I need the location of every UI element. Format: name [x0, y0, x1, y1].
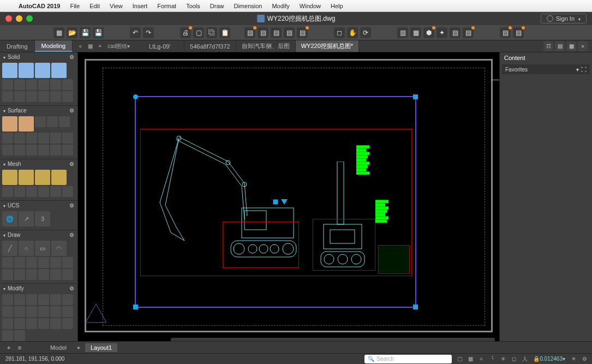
add-layout-icon[interactable]: + [4, 343, 13, 352]
surface-tool[interactable] [59, 116, 70, 127]
draw-tool[interactable] [50, 269, 61, 280]
solid-tool[interactable] [38, 91, 49, 102]
panel-more-icon[interactable]: » [578, 41, 588, 51]
modify-tool[interactable] [2, 318, 13, 329]
menu-insert[interactable]: Insert [128, 3, 152, 9]
modify-tool[interactable] [50, 318, 61, 329]
mesh-tool[interactable] [51, 170, 67, 185]
surface-tool[interactable] [2, 133, 13, 144]
solid-tool[interactable] [2, 79, 13, 90]
draw-tool[interactable] [2, 257, 13, 268]
minimize-window-icon[interactable] [16, 15, 22, 22]
mesh-tool[interactable] [2, 170, 17, 185]
surface-tool[interactable] [38, 145, 49, 156]
ucs-3-icon[interactable]: 3 [35, 211, 50, 226]
surface-tool[interactable] [14, 145, 25, 156]
menu-modify[interactable]: Modify [267, 3, 294, 9]
modify-tool[interactable] [14, 294, 25, 305]
palette-section-draw[interactable]: Draw [8, 232, 20, 238]
paste-icon[interactable]: 📋 [219, 27, 230, 38]
modify-tool[interactable] [50, 306, 61, 317]
grip-handle[interactable] [413, 305, 418, 309]
menu-window[interactable]: Window [295, 3, 325, 9]
draw-tool[interactable] [62, 269, 73, 280]
solid-tool[interactable] [26, 79, 37, 90]
anno-scale-icon[interactable]: 人 [521, 355, 529, 363]
solid-tool[interactable] [50, 91, 61, 102]
select-icon[interactable]: ◻ [334, 27, 345, 38]
drawing-canvas[interactable]: ████████████████████████████████████████… [78, 52, 499, 353]
sun-icon[interactable]: ☀ [569, 355, 578, 363]
favorites-dropdown[interactable]: Favorites ▾ ⛶ [502, 64, 590, 74]
osnap-toggle-icon[interactable]: ◻ [510, 355, 518, 363]
saveas-icon[interactable]: 💾 [93, 27, 104, 38]
add-layer-icon[interactable]: + [95, 42, 104, 51]
layout-list-icon[interactable]: ≡ [15, 343, 24, 352]
draw-tool[interactable] [14, 269, 25, 280]
sheet3-icon[interactable]: ▤ [271, 27, 282, 38]
snap-toggle-icon[interactable]: ⌗ [477, 355, 486, 363]
mesh-tool[interactable] [50, 186, 61, 197]
tool5-icon[interactable]: ▤ [450, 27, 461, 38]
modify-tool[interactable] [38, 294, 49, 305]
modify-tool[interactable] [14, 318, 25, 329]
doc-tab-1[interactable]: 546a8f7d7f372 [184, 40, 236, 52]
ucs-x-icon[interactable]: ↗ [19, 211, 34, 226]
workspace-tab-modeling[interactable]: Modeling [35, 40, 73, 52]
modify-tool[interactable] [14, 306, 25, 317]
surface-tool[interactable] [19, 116, 34, 132]
menu-draw[interactable]: Draw [206, 3, 229, 9]
gear-icon[interactable]: ⚙ [69, 202, 74, 208]
gear-icon[interactable]: ⚙ [69, 54, 74, 60]
modify-tool[interactable] [62, 306, 73, 317]
tool4-icon[interactable]: ✦ [436, 27, 447, 38]
palette-section-modify[interactable]: Modify [8, 285, 23, 291]
new-file-icon[interactable]: ▦ [53, 27, 64, 38]
solid-tool[interactable] [26, 91, 37, 102]
add-between-icon[interactable]: + [74, 343, 83, 352]
workspace-tab-drafting[interactable]: Drafting [0, 40, 35, 52]
gear-icon[interactable]: ⚙ [69, 285, 74, 291]
palette-section-ucs[interactable]: UCS [8, 202, 19, 208]
layout-tab-layout1[interactable]: Layout1 [85, 343, 117, 352]
palette-section-mesh[interactable]: Mesh [8, 161, 21, 167]
arc-draw-icon[interactable]: ◠ [51, 241, 67, 256]
modify-tool[interactable] [2, 294, 13, 305]
sheet-icon[interactable]: ▤ [244, 27, 255, 38]
tool2-icon[interactable]: ▦ [410, 27, 421, 38]
tool8-icon[interactable]: ▤ [513, 27, 524, 38]
app-name[interactable]: AutoCAD 2019 [14, 3, 64, 9]
solid-tool[interactable] [62, 79, 73, 90]
undo-icon[interactable]: ↶ [130, 27, 141, 38]
surface-tool[interactable] [2, 145, 13, 156]
menu-format[interactable]: Format [153, 3, 181, 9]
cylinder-solid-icon[interactable] [19, 63, 34, 78]
modify-tool[interactable] [62, 294, 73, 305]
draw-tool[interactable] [2, 269, 13, 280]
gear-icon[interactable]: ⚙ [69, 232, 74, 238]
grid-toggle-icon[interactable]: ▦ [466, 355, 475, 363]
surface-tool[interactable] [47, 116, 58, 127]
settings-gear-icon[interactable]: ⚙ [580, 355, 589, 363]
modify-tool[interactable] [26, 318, 37, 329]
circle-draw-icon[interactable]: ○ [19, 241, 34, 256]
polar-toggle-icon[interactable]: ✳ [499, 355, 507, 363]
mesh-tool[interactable] [19, 170, 34, 185]
solid-tool[interactable] [62, 91, 73, 102]
surface-tool[interactable] [14, 133, 25, 144]
surface-tool[interactable] [35, 116, 46, 127]
grip-handle[interactable] [133, 94, 138, 99]
copy-icon[interactable]: ⿻ [206, 27, 217, 38]
tool3-icon[interactable]: ⬢ [423, 27, 434, 38]
rect-draw-icon[interactable]: ▭ [35, 241, 50, 256]
tab-overflow-icon[interactable]: « [76, 42, 85, 51]
layer-combo[interactable]: cad图纸▾ [105, 42, 132, 51]
solid-tool[interactable] [14, 79, 25, 90]
mesh-tool[interactable] [38, 186, 49, 197]
modify-tool[interactable] [50, 294, 61, 305]
modify-tool[interactable] [2, 306, 13, 317]
draw-tool[interactable] [62, 257, 73, 268]
sign-in-button[interactable]: Sign In [541, 14, 587, 23]
panel-content-icon[interactable]: ☶ [543, 41, 553, 51]
layout-tab-model[interactable]: Model [45, 343, 72, 352]
